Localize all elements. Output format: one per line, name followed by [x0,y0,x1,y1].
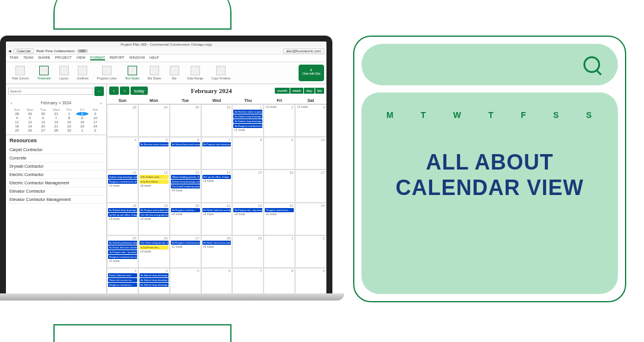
mini-cal-day[interactable]: 12 [24,120,36,124]
calendar-cell[interactable]: 8 [232,137,264,170]
mini-cal-day[interactable]: 25 [11,129,23,132]
calendar-event[interactable]: 8a Submit shop drawings and order long l… [108,208,137,212]
menu-item-view[interactable]: VIEW [77,56,85,60]
back-icon[interactable]: ◀ [8,49,11,53]
calendar-event[interactable]: 8a Submit shop drawings and order long l… [139,283,169,287]
resource-item[interactable]: Elevator Contractor Management [6,196,106,204]
calendar-event[interactable]: Rough-in mechanica… [108,283,137,287]
ribbon-progress-lines[interactable]: Progress Lines [93,65,120,81]
more-events-link[interactable]: +4 more [170,188,201,192]
ribbon-data-range[interactable]: Data Range [184,65,207,81]
menu-item-team[interactable]: TEAM [23,56,33,60]
mini-cal-day[interactable]: 3 [89,112,101,116]
mini-cal-day[interactable]: 5 [24,116,36,120]
calendar-event[interactable]: 1p Prepare site - lay down yard and temp… [108,250,137,254]
mini-cal-day[interactable]: 29 [24,112,36,116]
more-events-link[interactable]: +1 more [296,105,326,108]
calendar-event[interactable]: ● 8a Submit mont… [139,175,169,179]
calendar-cell[interactable]: 12● 8a Submit mont…● 5p First Gener…+6 m… [138,170,170,202]
mini-cal-day[interactable]: 6 [37,116,49,120]
menu-item-report[interactable]: REPORT [110,56,125,60]
calendar-event[interactable]: 8a Detail, fabricate and deliver steel, … [108,245,137,250]
ribbon-bar-styles[interactable]: Bar Styles [144,65,165,81]
mini-cal-day[interactable]: 28 [50,129,62,132]
calendar-cell[interactable]: 2+1 more [264,104,295,137]
user-email[interactable]: alex@housatonic.com [283,49,324,53]
search-go-button[interactable]: → [94,87,104,96]
mini-cal-day[interactable]: 16 [76,120,88,124]
more-events-link[interactable]: +2 more [233,212,263,216]
view-month-button[interactable]: month [275,88,290,94]
view-selector[interactable]: Calendar [14,49,34,53]
calendar-cell[interactable]: 31 [201,104,233,137]
calendar-cell[interactable]: 288a Stone site access and temporary par… [201,235,233,268]
more-events-link[interactable]: +2 more [202,245,232,248]
mini-cal-day[interactable]: 9 [76,116,88,120]
more-events-link[interactable]: +1 more [170,245,201,248]
mini-cal-year[interactable]: 2024 [62,101,72,105]
calendar-event[interactable]: 8a Submit shop drawings and order long l… [139,278,169,282]
resource-item[interactable]: Concrete [6,154,106,162]
calendar-event[interactable]: ● 5p First Gener… [139,180,169,184]
more-events-link[interactable]: +1 more [107,259,138,263]
mini-cal-day[interactable]: 14 [50,120,62,124]
calendar-cell[interactable]: 218a Detail, fabricate and deliver steel… [201,203,233,235]
calendar-event[interactable]: 8a Detail, fabricate and deliver steel, … [202,208,231,212]
more-events-link[interactable]: +3 more [202,179,232,183]
mini-cal-day[interactable]: 23 [76,124,88,128]
calendar-event[interactable]: 8a Submit preliminary shop drawings, 2 w… [108,241,137,245]
calendar-cell[interactable]: 24 [295,203,326,235]
calendar-cell[interactable]: 208a Rough-in mechan…+4 more [170,203,201,235]
mini-cal-day[interactable]: 29 [63,129,75,132]
resource-item[interactable]: Drywall Contractor [6,162,106,171]
calendar-cell[interactable]: 258a Submit preliminary shop drawings, 2… [107,235,138,268]
ribbon-timescale[interactable]: Timescale [34,65,55,81]
calendar-event[interactable]: Submit shop drawings and order long lead… [171,180,200,184]
mini-cal-day[interactable]: 8 [63,116,75,120]
mini-cal-day[interactable]: 2 [76,112,88,116]
mini-cal-month[interactable]: February [41,101,58,105]
cal-today-button[interactable]: today [131,87,148,95]
calendar-event[interactable]: Rough-in mechanica… [265,208,294,212]
calendar-event[interactable]: Submit shop drawings and order long lead… [108,175,137,179]
mini-cal-day[interactable]: 24 [89,124,101,128]
ribbon-layout[interactable]: Layout [56,65,72,81]
calendar-cell[interactable]: 17 [295,170,326,202]
mini-cal-day[interactable]: 2 [89,129,101,132]
calendar-event[interactable]: 8a Receive notice to proceed and sign co… [233,110,262,114]
calendar-cell[interactable]: 78a Prepare and submit project schedule [201,137,233,170]
calendar-event[interactable]: 8a Rough-in mechanical in masonry walls,… [171,241,200,245]
calendar-cell[interactable]: 13Obtain building permits, 3 daysSubmit … [170,170,201,202]
calendar-cell[interactable]: 3+1 more [295,104,326,137]
ribbon-gridlines[interactable]: Gridlines [74,65,93,81]
mini-cal-day[interactable]: 22 [63,124,75,128]
mini-cal-day[interactable]: 19 [24,124,36,128]
ribbon-copy-timeline[interactable]: Copy Timeline [208,65,234,81]
calendar-cell[interactable]: 9 [264,137,295,170]
calendar-cell[interactable]: 188a Submit shop drawings and order long… [107,203,138,235]
mini-cal-day[interactable]: 28 [11,112,23,116]
menu-item-format[interactable]: FORMAT [90,56,105,60]
more-events-link[interactable]: +3 more [139,217,169,220]
more-events-link[interactable]: +6 more [139,184,169,187]
view-list-button[interactable]: list [315,88,324,94]
calendar-event[interactable]: 8a Submit shop drawings and order long l… [233,119,262,123]
more-events-link[interactable]: +3 more [139,250,169,253]
more-events-link[interactable]: +1 more [233,128,263,132]
calendar-cell[interactable]: 11Submit shop drawings and order long le… [107,170,138,202]
more-events-link[interactable]: +1 more [107,184,138,187]
calendar-event[interactable]: Rough-in mechanical in drywall walls, 2… [108,180,137,184]
calendar-cell[interactable]: 18a Receive notice to proceed and sign c… [232,104,264,137]
calendar-cell[interactable]: 29 [232,235,264,268]
calendar-event[interactable]: 8a Submit shop drawings and order long l… [233,114,262,119]
calendar-event[interactable]: Set up site office, 3 days [202,175,231,179]
mini-cal-day[interactable]: 27 [37,129,49,132]
mini-cal-day[interactable]: 18 [11,124,23,128]
mini-cal-next[interactable]: › [100,101,101,106]
calendar-cell[interactable]: 228a Prepare site - lay down yard and te… [232,203,264,235]
calendar-cell[interactable]: 2 [295,235,326,268]
mini-cal-day[interactable]: 1 [76,129,88,132]
calendar-event[interactable]: ● 12p Finish tem… [139,245,169,250]
mini-cal-day[interactable]: 7 [50,116,62,120]
resource-item[interactable]: Elevator Contractor [6,187,106,196]
